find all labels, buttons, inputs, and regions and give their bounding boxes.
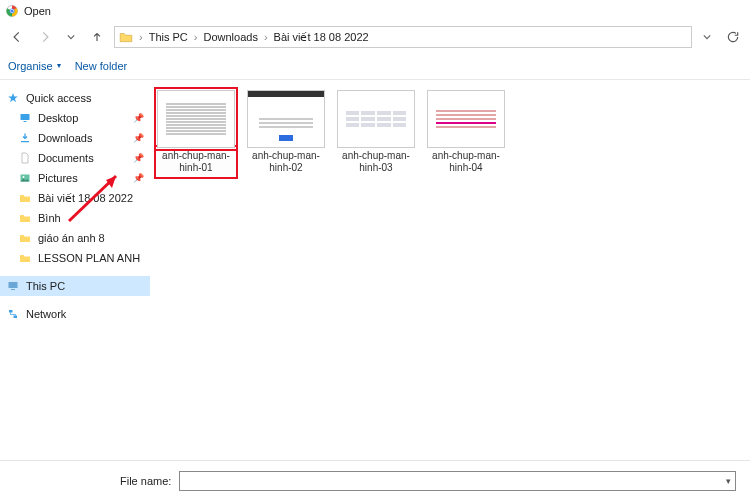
bottom-bar: File name: ▾ (0, 460, 750, 500)
desktop-icon (18, 111, 32, 125)
sidebar-folder-baiviet[interactable]: Bài viết 18 08 2022 (0, 188, 150, 208)
folder-icon (119, 31, 133, 43)
sidebar-folder-lesson[interactable]: LESSON PLAN ANH (0, 248, 150, 268)
body: Quick access Desktop 📌 Downloads 📌 Docum… (0, 80, 750, 460)
organise-label: Organise (8, 60, 53, 72)
svg-rect-9 (11, 289, 15, 290)
folder-icon (18, 231, 32, 245)
breadcrumb-sep: › (194, 31, 198, 43)
sidebar-item-label: Bài viết 18 08 2022 (38, 192, 133, 205)
sidebar-folder-giaoan[interactable]: giáo án anh 8 (0, 228, 150, 248)
svg-rect-8 (9, 282, 18, 288)
svg-point-7 (23, 176, 25, 178)
organise-menu[interactable]: Organise ▾ (8, 60, 61, 72)
address-dropdown[interactable] (698, 26, 716, 48)
svg-rect-5 (24, 121, 27, 122)
sidebar-item-label: Bình (38, 212, 61, 224)
sidebar-network[interactable]: Network (0, 304, 150, 324)
pin-icon: 📌 (133, 173, 144, 183)
pin-icon: 📌 (133, 133, 144, 143)
sidebar-item-label: giáo án anh 8 (38, 232, 105, 244)
pin-icon: 📌 (133, 153, 144, 163)
file-tile[interactable]: anh-chup-man-hinh-01 (156, 90, 236, 176)
up-button[interactable] (86, 26, 108, 48)
sidebar-item-label: This PC (26, 280, 65, 292)
file-list[interactable]: anh-chup-man-hinh-01 anh-chup-man-hinh-0… (150, 80, 750, 460)
sidebar-item-label: Documents (38, 152, 94, 164)
refresh-button[interactable] (722, 26, 744, 48)
window-title: Open (24, 5, 51, 17)
pictures-icon (18, 171, 32, 185)
breadcrumb-current[interactable]: Bài viết 18 08 2022 (274, 31, 369, 44)
chevron-down-icon[interactable]: ▾ (726, 476, 731, 486)
file-name: anh-chup-man-hinh-03 (337, 148, 415, 176)
sidebar-item-label: Pictures (38, 172, 78, 184)
sidebar-downloads[interactable]: Downloads 📌 (0, 128, 150, 148)
svg-rect-4 (21, 114, 30, 120)
sidebar: Quick access Desktop 📌 Downloads 📌 Docum… (0, 80, 150, 460)
documents-icon (18, 151, 32, 165)
sidebar-this-pc[interactable]: This PC (0, 276, 150, 296)
svg-point-3 (10, 9, 13, 12)
folder-icon (18, 251, 32, 265)
breadcrumb-sep: › (264, 31, 268, 43)
titlebar: Open (0, 0, 750, 22)
sidebar-item-label: Quick access (26, 92, 91, 104)
folder-icon (18, 191, 32, 205)
svg-rect-11 (14, 316, 18, 319)
filename-input[interactable]: ▾ (179, 471, 736, 491)
chrome-icon (6, 5, 18, 17)
new-folder-button[interactable]: New folder (75, 60, 128, 72)
breadcrumb-sep: › (139, 31, 143, 43)
pin-icon: 📌 (133, 113, 144, 123)
breadcrumb-downloads[interactable]: Downloads (203, 31, 257, 43)
svg-rect-10 (9, 310, 13, 313)
sidebar-item-label: Desktop (38, 112, 78, 124)
sidebar-item-label: Network (26, 308, 66, 320)
sidebar-quick-access[interactable]: Quick access (0, 88, 150, 108)
file-thumbnail (337, 90, 415, 148)
file-name: anh-chup-man-hinh-04 (427, 148, 505, 176)
file-thumbnail (247, 90, 325, 148)
file-name: anh-chup-man-hinh-02 (247, 148, 325, 176)
file-thumbnail (427, 90, 505, 148)
file-tile[interactable]: anh-chup-man-hinh-04 (426, 90, 506, 176)
back-button[interactable] (6, 26, 28, 48)
star-icon (6, 91, 20, 105)
folder-icon (18, 211, 32, 225)
network-icon (6, 307, 20, 321)
downloads-icon (18, 131, 32, 145)
sidebar-folder-binh[interactable]: Bình (0, 208, 150, 228)
nav-row: › This PC › Downloads › Bài viết 18 08 2… (0, 22, 750, 52)
sidebar-item-label: Downloads (38, 132, 92, 144)
breadcrumb-root[interactable]: This PC (149, 31, 188, 43)
sidebar-pictures[interactable]: Pictures 📌 (0, 168, 150, 188)
sidebar-item-label: LESSON PLAN ANH (38, 252, 140, 264)
pc-icon (6, 279, 20, 293)
filename-label: File name: (120, 475, 171, 487)
address-bar[interactable]: › This PC › Downloads › Bài viết 18 08 2… (114, 26, 692, 48)
file-name: anh-chup-man-hinh-01 (157, 148, 235, 176)
file-tile[interactable]: anh-chup-man-hinh-03 (336, 90, 416, 176)
file-thumbnail (157, 90, 235, 148)
chevron-down-icon: ▾ (57, 61, 61, 70)
open-dialog: Open › This PC › Downloads › Bài viết 18… (0, 0, 750, 500)
history-dropdown[interactable] (62, 26, 80, 48)
forward-button[interactable] (34, 26, 56, 48)
file-tile[interactable]: anh-chup-man-hinh-02 (246, 90, 326, 176)
toolbar: Organise ▾ New folder (0, 52, 750, 80)
sidebar-desktop[interactable]: Desktop 📌 (0, 108, 150, 128)
sidebar-documents[interactable]: Documents 📌 (0, 148, 150, 168)
